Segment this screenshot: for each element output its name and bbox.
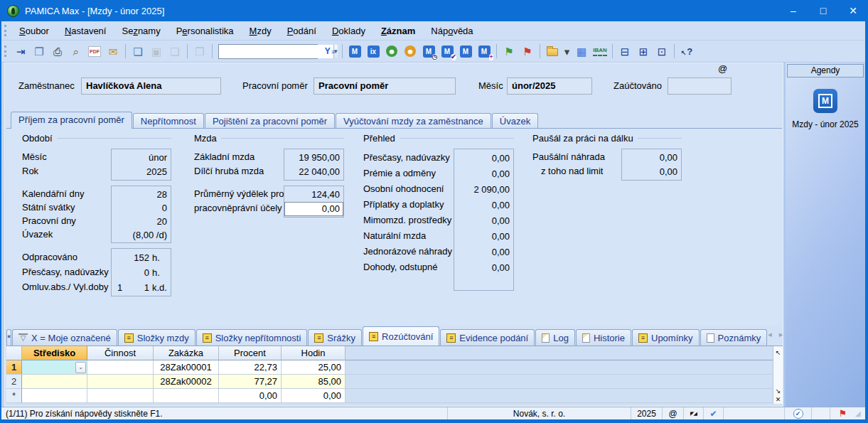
bottom-tab-poznamky[interactable]: Poznámky <box>700 329 768 346</box>
close-button[interactable]: ✕ <box>838 0 868 21</box>
red-flag-button[interactable]: ⚑ <box>519 43 536 60</box>
bottom-tab-log[interactable]: Log <box>535 329 575 346</box>
new-record-button[interactable]: ❏ <box>129 43 146 60</box>
bottom-tab-slozky-mzdy[interactable]: ≡Složky mzdy <box>118 329 195 346</box>
bottom-tab-upominky[interactable]: ≡Upomínky <box>632 329 700 346</box>
bottom-tab-srazky[interactable]: ≡Srážky <box>308 329 362 346</box>
grid-cell[interactable] <box>154 389 219 403</box>
maximize-button[interactable]: □ <box>808 0 838 21</box>
toolbar-combobox-input[interactable] <box>219 45 333 58</box>
employment-field[interactable]: Pracovní poměr <box>314 77 456 95</box>
menu-item-podani[interactable]: Podání <box>279 21 324 40</box>
menu-item-zaznam[interactable]: Záznam <box>373 21 423 40</box>
agenda-mzdy-vse-button[interactable]: M+ <box>476 43 493 60</box>
tab-uvazek[interactable]: Úvazek <box>492 113 538 129</box>
tab-nepritomnost[interactable]: Nepřítomnost <box>133 113 204 129</box>
agenda-mzdy-zauctovane-button[interactable]: M✔ <box>439 43 456 60</box>
grid-scroll-first-icon[interactable]: ↖ <box>776 348 781 357</box>
minimize-button[interactable]: – <box>778 0 808 21</box>
agenda-pracovni-pomery-button[interactable]: ix <box>365 43 382 60</box>
employee-field[interactable]: Havlíčková Alena <box>81 77 221 95</box>
row-number[interactable]: * <box>6 389 22 403</box>
green-flag-button[interactable]: ⚑ <box>500 43 518 60</box>
grid-cell[interactable]: 25,00 <box>282 360 345 375</box>
maximize-record-icon[interactable]: ◤◢ <box>690 411 697 417</box>
panel-preview-button[interactable]: ⊡ <box>653 43 670 60</box>
print-button[interactable]: ⎙ <box>49 43 66 60</box>
menu-item-napoveda[interactable]: Nápověda <box>423 21 481 40</box>
grid-header-hodin[interactable]: Hodin <box>282 346 345 360</box>
grid-cell[interactable]: 28Zak00001 <box>154 360 219 375</box>
agenda-item-mzdy[interactable]: M Mzdy - únor 2025 <box>786 89 865 129</box>
grid-cell[interactable]: 0,00 <box>282 389 345 403</box>
month-field[interactable]: únor/2025 <box>507 77 592 95</box>
agenda-personalistika-button[interactable]: M <box>346 43 363 60</box>
send-email-button[interactable]: ✉ <box>105 43 122 60</box>
status-at-symbol[interactable]: @ <box>662 407 683 419</box>
menu-item-soubor[interactable]: Soubor <box>11 21 57 40</box>
grid-cell[interactable] <box>87 375 154 389</box>
grid-resize-icon[interactable]: ✕ <box>776 395 781 404</box>
panel-detail-button[interactable]: ⊟ <box>616 43 633 60</box>
context-help-button[interactable]: ↖? <box>678 43 695 60</box>
grid-header-činnost[interactable]: Činnost <box>87 346 154 360</box>
pdf-export-button[interactable]: PDF <box>86 43 103 60</box>
filter-button[interactable]: Y≡ <box>321 43 338 60</box>
agenda-personal-button[interactable]: ☻ <box>402 43 419 60</box>
agenda-mzdy-rozpracovane-button[interactable]: M◷ <box>420 43 437 60</box>
row-number[interactable]: 1 <box>6 360 22 375</box>
menu-item-nastaveni[interactable]: Nastavení <box>57 21 114 40</box>
status-flag-icon[interactable]: ⚑ <box>830 407 855 419</box>
iban-button[interactable]: IBAN <box>591 43 609 60</box>
combobox-dropdown-icon[interactable]: ⌄ <box>75 362 86 373</box>
menu-item-doklady[interactable]: Doklady <box>324 21 373 40</box>
grid-cell[interactable]: 28Zak00002 <box>154 375 219 389</box>
copy-record-button[interactable]: ❐ <box>31 43 48 60</box>
agenda-mzdy-button[interactable]: M <box>457 43 474 60</box>
quick-filter-combo[interactable]: ▾ <box>218 44 318 59</box>
tab-pojisteni[interactable]: Pojištění za pracovní poměr <box>205 113 335 129</box>
save-record-button[interactable]: ▣ <box>148 43 165 60</box>
field-value[interactable]: 0,00 <box>284 202 343 216</box>
agendy-header[interactable]: Agendy <box>787 64 864 77</box>
grid-header-procent[interactable]: Procent <box>219 346 282 360</box>
panel-table-button[interactable]: ⊞ <box>635 43 652 60</box>
grid-cell[interactable] <box>87 360 154 375</box>
grid-cell[interactable]: 77,27 <box>219 375 282 389</box>
grid-cell[interactable]: 85,00 <box>282 375 345 389</box>
grid-cell[interactable]: 0,00 <box>219 389 282 403</box>
bottom-tab-star[interactable]: * <box>6 329 11 346</box>
verify-check-icon[interactable]: ✔ <box>709 409 717 419</box>
document-folder-button[interactable] <box>544 43 561 60</box>
bottom-tab-rozuctovani[interactable]: ≡Rozúčtování <box>363 326 439 346</box>
grid-header-zakázka[interactable]: Zakázka <box>154 346 219 360</box>
calculator-button[interactable]: ▦ <box>573 43 590 60</box>
grid-cell[interactable] <box>22 375 87 389</box>
delete-record-button[interactable]: ❏ <box>166 43 183 60</box>
tab-prijem[interactable]: Příjem za pracovní poměr <box>11 112 132 129</box>
row-number[interactable]: 2 <box>6 375 22 389</box>
menu-item-personalistika[interactable]: Personalistika <box>168 21 242 40</box>
ok-circle-icon[interactable]: ✔ <box>793 409 803 419</box>
print-preview-button[interactable]: ⌕ <box>68 43 85 60</box>
status-year[interactable]: 2025 <box>631 407 662 419</box>
bottom-tab-moje-oznacene[interactable]: ▽X = Moje označené <box>12 329 117 346</box>
tab-scroll-left-icon[interactable]: ◂ <box>768 330 772 339</box>
menu-item-mzdy[interactable]: Mzdy <box>242 21 279 40</box>
grid-header-středisko[interactable]: Středisko <box>22 346 87 360</box>
grid-cell[interactable] <box>22 389 87 403</box>
agenda-zamestnanci-button[interactable]: ☻ <box>383 43 400 60</box>
bottom-tab-evidence-podani[interactable]: ≡Evidence podání <box>440 329 535 346</box>
exit-button[interactable]: ⇥ <box>12 43 29 60</box>
menu-item-seznamy[interactable]: Seznamy <box>114 21 168 40</box>
posted-field[interactable] <box>668 77 732 95</box>
resize-grip[interactable]: ◢ <box>855 409 865 417</box>
grid-cell[interactable] <box>87 389 154 403</box>
stredisko-combobox[interactable]: ⌄ <box>22 360 87 375</box>
bottom-tab-slozky-nepritomnosti[interactable]: ≡Složky nepřítomnosti <box>196 329 308 346</box>
grid-cell[interactable]: 22,73 <box>219 360 282 375</box>
grid-scroll-last-icon[interactable]: ↘ <box>776 387 781 395</box>
bottom-tab-historie[interactable]: Historie <box>576 329 631 346</box>
copy-button[interactable]: ❐ <box>191 43 208 60</box>
tab-scroll-right-icon[interactable]: ▸ <box>779 330 783 339</box>
